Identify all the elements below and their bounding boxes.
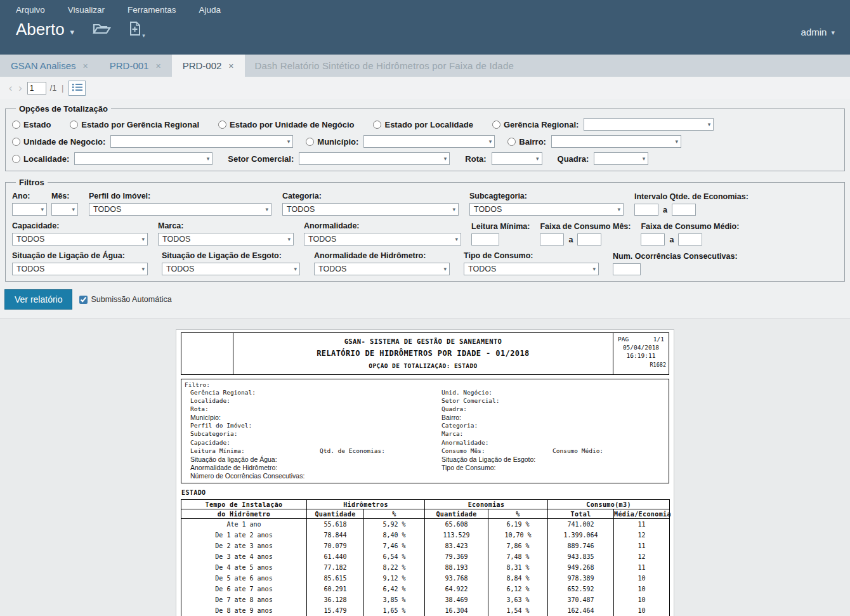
close-icon[interactable]: × — [228, 61, 233, 71]
report-filter-label: Anormalidade: — [441, 439, 488, 446]
situacao-agua-select[interactable]: TODOS▾ — [12, 263, 148, 275]
radio-municipio[interactable]: Município: — [306, 137, 358, 147]
rota-label: Rota: — [465, 154, 486, 164]
value-cell: 3,63 % — [488, 594, 548, 605]
localidade-radio[interactable] — [12, 155, 20, 163]
report-filter-label: Consumo Mês: — [441, 447, 485, 454]
report-filter-row: Perfil do Imóvel:Categoria: — [181, 422, 669, 430]
tab-prd-001[interactable]: PRD-001 × — [99, 55, 172, 77]
open-report-button[interactable] — [92, 21, 111, 39]
bairro-radio[interactable] — [507, 138, 516, 146]
anormalidade-select[interactable]: TODOS▾ — [304, 233, 461, 246]
prev-page-icon[interactable]: ‹ — [8, 83, 13, 93]
tab-gsan-analises[interactable]: GSAN Analises × — [0, 55, 99, 77]
mes-select[interactable]: ▾ — [51, 203, 78, 216]
municipio-group: Município: ▾ — [306, 135, 495, 148]
report-filter-label: Localidade: — [190, 397, 230, 404]
value-cell: 64.922 — [425, 584, 488, 594]
report-filter-label: Perfil do Imóvel: — [190, 422, 252, 429]
toc-button[interactable] — [69, 81, 86, 96]
localidade-select[interactable]: ▾ — [74, 152, 213, 165]
value-cell: 652.592 — [548, 584, 614, 594]
estado-radio[interactable] — [12, 121, 20, 129]
estado-localidade-radio[interactable] — [373, 121, 381, 129]
chevron-down-icon: ▾ — [455, 236, 458, 242]
tab-dash-title[interactable]: Dash Relatório Sintético de Hidrômetros … — [245, 55, 524, 77]
categoria-select[interactable]: TODOS▾ — [282, 203, 459, 216]
totalizacao-row-2: Unidade de Negocio: ▾ Município: ▾ Bairr… — [12, 135, 838, 148]
chevron-down-icon: ▾ — [287, 236, 291, 242]
gerencia-regional-select[interactable]: ▾ — [584, 118, 714, 131]
quadra-select[interactable]: ▾ — [594, 152, 648, 165]
estado-unidade-radio[interactable] — [218, 121, 226, 129]
anormalidade-hidrometro-select[interactable]: TODOS▾ — [314, 263, 450, 275]
radio-estado-unidade[interactable]: Estado por Unidade de Negócio — [218, 120, 354, 129]
marca-select[interactable]: TODOS▾ — [158, 233, 294, 246]
ocorrencias-consecutivas-input[interactable] — [613, 263, 641, 275]
close-icon[interactable]: × — [83, 61, 88, 71]
next-page-icon[interactable]: › — [17, 83, 23, 93]
close-icon[interactable]: × — [155, 61, 160, 71]
radio-label: Estado por Localidade — [384, 120, 473, 129]
ver-relatorio-button[interactable]: Ver relatório — [4, 289, 72, 310]
unidade-negocio-select[interactable]: ▾ — [110, 135, 293, 148]
unidade-negocio-radio[interactable] — [12, 138, 20, 146]
user-menu[interactable]: admin ▾ — [801, 27, 835, 37]
col-header-media: Média/Economia — [614, 509, 670, 519]
menu-arquivo[interactable]: Arquivo — [16, 5, 45, 15]
radio-label: Estado por Unidade de Negócio — [230, 120, 354, 129]
col-header-total: Total — [548, 509, 614, 519]
value-cell: 60.291 — [307, 584, 364, 594]
consumo-mes-min-input[interactable] — [540, 233, 564, 246]
radio-localidade[interactable]: Localidade: — [12, 154, 69, 164]
consumo-medio-max-input[interactable] — [678, 233, 702, 246]
tab-prd-002[interactable]: PRD-002 × — [172, 55, 245, 77]
faixa-consumo-mes-field: Faixa de Consumo Mês: a — [540, 222, 631, 246]
perfil-imovel-select[interactable]: TODOS▾ — [89, 203, 271, 216]
situacao-esgoto-select[interactable]: TODOS▾ — [162, 263, 300, 275]
anormalidade-label: Anormalidade: — [304, 221, 461, 230]
value-cell: 36.128 — [307, 594, 364, 605]
menu-visualizar[interactable]: Visualizar — [68, 5, 105, 15]
radio-unidade-negocio[interactable]: Unidade de Negocio: — [12, 137, 105, 147]
report-table-row: De 3 ate 4 anos61.4406,54 %79.3697,48 %9… — [181, 551, 670, 562]
gerencia-regional-radio[interactable] — [492, 121, 500, 129]
submissao-automatica-option[interactable]: Submissão Automática — [79, 295, 171, 304]
municipio-radio[interactable] — [306, 138, 314, 146]
new-report-button[interactable]: ▾ — [129, 21, 145, 39]
aberto-dropdown[interactable]: Aberto ▾ — [16, 20, 74, 39]
report-filter-label: Marca: — [441, 430, 463, 437]
page-number-input[interactable] — [27, 82, 46, 95]
submissao-automatica-checkbox[interactable] — [79, 296, 88, 304]
tipo-consumo-select[interactable]: TODOS▾ — [464, 263, 599, 275]
consumo-medio-min-input[interactable] — [641, 233, 665, 246]
filtros-row-3: Situação de Ligação de Água: TODOS▾ Situ… — [12, 251, 838, 275]
radio-estado[interactable]: Estado — [12, 120, 51, 129]
age-range-cell: Ate 1 ano — [181, 519, 307, 530]
new-file-icon — [129, 21, 141, 39]
top-menubar: Arquivo Visualizar Ferramentas Ajuda Abe… — [0, 0, 850, 55]
setor-comercial-select[interactable]: ▾ — [299, 152, 450, 165]
open-folder-icon — [92, 21, 111, 39]
economias-max-input[interactable] — [672, 204, 696, 216]
ano-select[interactable]: ▾ — [12, 203, 47, 216]
perfil-imovel-label: Perfil do Imóvel: — [89, 192, 271, 200]
capacidade-select[interactable]: TODOS▾ — [12, 233, 148, 246]
menu-ferramentas[interactable]: Ferramentas — [128, 5, 176, 15]
leitura-minima-input[interactable] — [471, 233, 499, 246]
municipio-select[interactable]: ▾ — [363, 135, 495, 148]
page-total-label: /1 — [50, 84, 56, 93]
consumo-mes-max-input[interactable] — [577, 233, 601, 246]
subcategoria-select[interactable]: TODOS▾ — [469, 203, 624, 216]
radio-gerencia-regional[interactable]: Gerência Regional: — [492, 120, 579, 129]
radio-estado-localidade[interactable]: Estado por Localidade — [373, 120, 473, 129]
radio-bairro[interactable]: Bairro: — [507, 137, 546, 147]
localidade-group: Localidade: ▾ — [12, 152, 213, 165]
radio-estado-gerencia[interactable]: Estado por Gerência Regional — [70, 120, 199, 129]
bairro-group: Bairro: ▾ — [507, 135, 681, 148]
bairro-select[interactable]: ▾ — [551, 135, 681, 148]
economias-min-input[interactable] — [634, 204, 658, 216]
rota-select[interactable]: ▾ — [492, 152, 542, 165]
estado-gerencia-radio[interactable] — [70, 121, 78, 129]
menu-ajuda[interactable]: Ajuda — [199, 5, 221, 15]
